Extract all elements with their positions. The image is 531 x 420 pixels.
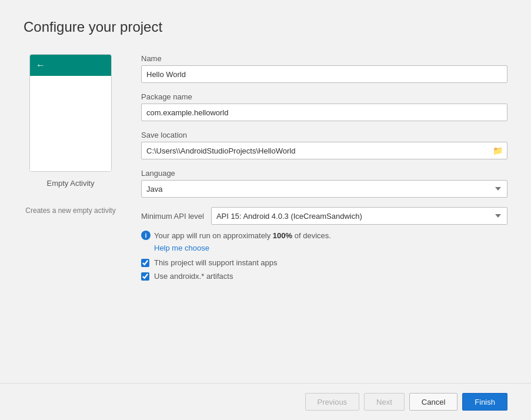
info-icon: i xyxy=(141,231,151,240)
back-arrow-icon: ← xyxy=(36,60,45,71)
help-link[interactable]: Help me choose xyxy=(154,244,507,252)
next-button[interactable]: Next xyxy=(364,393,405,411)
left-panel: ← Empty Activity Creates a new empty act… xyxy=(24,54,118,371)
instant-apps-label: This project will support instant apps xyxy=(154,258,278,267)
location-label: Save location xyxy=(141,131,507,139)
name-input[interactable] xyxy=(141,65,507,83)
androidx-checkbox[interactable] xyxy=(141,272,149,281)
cancel-button[interactable]: Cancel xyxy=(409,393,457,411)
instant-apps-checkbox[interactable] xyxy=(141,259,149,267)
location-input[interactable] xyxy=(141,142,507,159)
location-input-wrapper: 📁 xyxy=(141,142,507,159)
info-row: i Your app will run on approximately 100… xyxy=(141,231,507,240)
info-text: Your app will run on approximately 100% … xyxy=(154,231,331,240)
preview-body xyxy=(30,76,111,171)
content-area: ← Empty Activity Creates a new empty act… xyxy=(24,54,507,371)
language-group: Language Java Kotlin xyxy=(141,169,507,198)
androidx-label: Use androidx.* artifacts xyxy=(154,272,233,281)
instant-apps-row: This project will support instant apps xyxy=(141,258,507,267)
folder-icon[interactable]: 📁 xyxy=(493,146,503,155)
language-label: Language xyxy=(141,169,507,178)
finish-button[interactable]: Finish xyxy=(462,393,507,411)
language-select[interactable]: Java Kotlin xyxy=(141,180,507,198)
page-title: Configure your project xyxy=(24,19,507,35)
package-label: Package name xyxy=(141,92,507,101)
right-panel: Name Package name Save location 📁 Langua… xyxy=(141,54,507,371)
location-group: Save location 📁 xyxy=(141,131,507,159)
package-input[interactable] xyxy=(141,104,507,121)
phone-preview: ← xyxy=(29,54,112,172)
main-content: Configure your project ← Empty Activity … xyxy=(0,0,531,383)
preview-header: ← xyxy=(30,55,111,76)
previous-button[interactable]: Previous xyxy=(305,393,360,411)
description-label: Creates a new empty activity xyxy=(25,206,115,215)
info-text-bold: 100% xyxy=(273,231,292,240)
name-group: Name xyxy=(141,54,507,83)
min-api-label: Minimum API level xyxy=(141,212,204,221)
api-row: Minimum API level API 15: Android 4.0.3 … xyxy=(141,207,507,225)
min-api-select[interactable]: API 15: Android 4.0.3 (IceCreamSandwich)… xyxy=(211,207,507,225)
activity-label: Empty Activity xyxy=(47,179,95,188)
info-text-suffix: of devices. xyxy=(292,231,331,240)
androidx-row: Use androidx.* artifacts xyxy=(141,272,507,281)
package-group: Package name xyxy=(141,92,507,121)
footer: Previous Next Cancel Finish xyxy=(0,383,531,420)
name-label: Name xyxy=(141,54,507,63)
info-text-prefix: Your app will run on approximately xyxy=(154,231,273,240)
